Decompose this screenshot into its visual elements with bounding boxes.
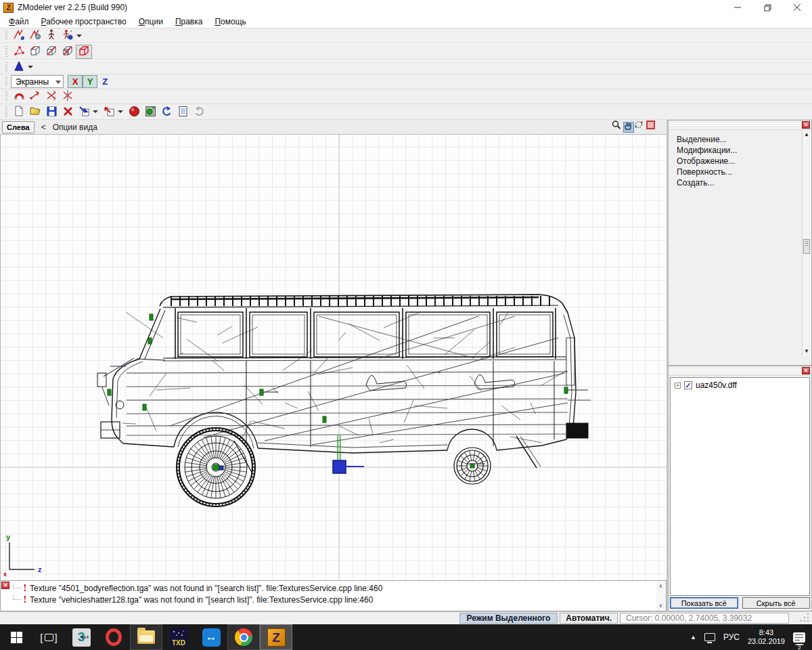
view-tab-left[interactable]: Слева	[2, 121, 35, 133]
primitives-dropdown-caret[interactable]	[28, 66, 33, 71]
task-view-icon: []	[40, 632, 57, 643]
tray-date: 23.02.2019	[748, 637, 785, 646]
select-tool-3-button[interactable]	[43, 28, 60, 43]
delete-button[interactable]	[60, 105, 76, 119]
hide-all-button[interactable]: Скрыть всё	[742, 597, 811, 609]
axis-x-toggle[interactable]: X	[68, 75, 83, 88]
level-vertices-button[interactable]	[11, 45, 27, 59]
resize-grip[interactable]	[793, 613, 811, 624]
log-scrollbar[interactable]: ∧∨	[656, 582, 665, 610]
undo-button[interactable]	[158, 105, 175, 119]
import-dropdown-caret[interactable]	[93, 110, 98, 116]
select-tool-2-button[interactable]	[27, 28, 43, 43]
select-tool-4-button[interactable]	[60, 28, 76, 43]
scroll-up-icon[interactable]: ∧	[659, 583, 663, 589]
taskbar-teamviewer[interactable]: ↔	[195, 624, 227, 650]
snap-vertex-icon	[29, 89, 42, 104]
commands-panel-header[interactable]: ✕	[669, 121, 811, 130]
command-display[interactable]: Отображение...	[669, 156, 811, 167]
selection-dropdown-caret[interactable]	[76, 35, 82, 40]
maximize-view-button[interactable]	[646, 122, 657, 133]
task-view-button[interactable]: []	[32, 624, 65, 650]
space-selector-combo[interactable]: Экранны	[11, 75, 64, 88]
command-modifiers[interactable]: Модификации...	[669, 145, 811, 156]
command-create[interactable]: Создать...	[669, 177, 811, 188]
open-file-button[interactable]	[27, 105, 43, 119]
axis-y-toggle[interactable]: Y	[83, 75, 97, 88]
view-options-label[interactable]: Опции вида	[53, 123, 97, 132]
orbit-tool-button[interactable]	[635, 122, 646, 133]
taskbar-zmodeler[interactable]: Z	[260, 624, 292, 650]
snap-grid-button[interactable]	[60, 89, 76, 104]
taskbar-txd-workshop[interactable]: TXD	[162, 624, 195, 650]
minimize-button[interactable]	[723, 0, 752, 15]
tray-time: 8:43	[748, 628, 785, 637]
restore-button[interactable]	[752, 0, 782, 15]
scroll-thumb[interactable]	[803, 239, 810, 254]
export-dropdown-caret[interactable]	[118, 110, 123, 116]
command-surface[interactable]: Поверхность...	[669, 167, 811, 177]
tray-expand-icon[interactable]: ▲	[690, 634, 696, 641]
taskbar-chrome[interactable]	[227, 624, 260, 650]
axis-z-toggle[interactable]: Z	[97, 75, 112, 88]
language-indicator[interactable]: РУС	[723, 632, 740, 642]
notification-icon[interactable]: 2	[793, 632, 805, 643]
cube-edge-icon	[29, 45, 42, 59]
close-button[interactable]	[782, 0, 812, 15]
menu-workspace[interactable]: Рабочее пространство	[35, 16, 133, 28]
close-icon[interactable]: ✕	[1, 582, 9, 589]
scroll-down-icon[interactable]: ▼	[803, 347, 811, 355]
menu-file[interactable]: Файл	[3, 16, 35, 28]
snap-vertex-button[interactable]	[27, 89, 43, 104]
magnet-button[interactable]	[11, 89, 27, 104]
pan-tool-button[interactable]	[623, 122, 634, 133]
level-polygons-button[interactable]	[60, 45, 76, 59]
level-edges-button[interactable]	[27, 45, 43, 59]
vertices-icon	[13, 45, 26, 59]
import-button[interactable]	[76, 105, 92, 119]
close-icon[interactable]: ✕	[802, 367, 810, 374]
3dsmax-icon: 3MAX	[72, 628, 91, 647]
menu-help[interactable]: Помощь	[208, 16, 252, 28]
export-button[interactable]	[101, 105, 117, 119]
log-panel: ✕ ! Texture "4501_bodyreflection.tga" wa…	[0, 580, 667, 611]
node-label[interactable]: uaz450v.dff	[696, 381, 737, 390]
collapse-arrow[interactable]: <	[41, 123, 46, 132]
snap-edge-button[interactable]	[43, 89, 60, 104]
expand-icon[interactable]: +	[675, 383, 681, 389]
menu-options[interactable]: Опции	[133, 16, 169, 28]
level-objects-button[interactable]	[76, 45, 92, 59]
menu-edit[interactable]: Правка	[169, 16, 209, 28]
visibility-checkbox[interactable]: ✓	[684, 381, 692, 389]
commands-scrollbar[interactable]: ▲ ▼	[802, 131, 811, 355]
level-faces-button[interactable]	[43, 45, 60, 59]
close-icon[interactable]: ✕	[802, 121, 810, 129]
scene-tree[interactable]: + ✓ uaz450v.dff	[670, 377, 810, 596]
selection-toolbar	[0, 28, 812, 43]
render-button[interactable]	[126, 105, 142, 119]
zoom-tool-button[interactable]	[612, 122, 623, 133]
select-tool-1-button[interactable]	[11, 28, 27, 43]
tree-branch-icon	[13, 584, 21, 588]
clock[interactable]: 8:43 23.02.2019	[748, 628, 785, 646]
log-window-button[interactable]	[175, 105, 191, 119]
redo-button[interactable]	[191, 105, 207, 119]
start-button[interactable]	[0, 624, 32, 650]
scroll-up-icon[interactable]: ▲	[803, 131, 811, 139]
taskbar-explorer[interactable]	[130, 624, 162, 650]
create-primitive-button[interactable]	[11, 60, 27, 74]
new-document-icon	[13, 105, 26, 119]
material-editor-button[interactable]	[142, 105, 158, 119]
network-icon[interactable]	[704, 633, 715, 641]
viewport-canvas[interactable]: yxz	[0, 135, 667, 580]
new-file-button[interactable]	[11, 105, 27, 119]
scene-panel-header[interactable]: ✕	[669, 366, 811, 376]
save-file-button[interactable]	[43, 105, 60, 119]
show-all-button[interactable]: Показать всё	[670, 597, 738, 609]
command-selection[interactable]: Выделение...	[669, 134, 811, 145]
redo-icon	[193, 105, 206, 119]
scroll-down-icon[interactable]: ∨	[659, 603, 663, 609]
taskbar-3dsmax[interactable]: 3MAX	[65, 624, 97, 650]
taskbar-opera[interactable]	[97, 624, 130, 650]
open-folder-icon	[29, 105, 42, 119]
